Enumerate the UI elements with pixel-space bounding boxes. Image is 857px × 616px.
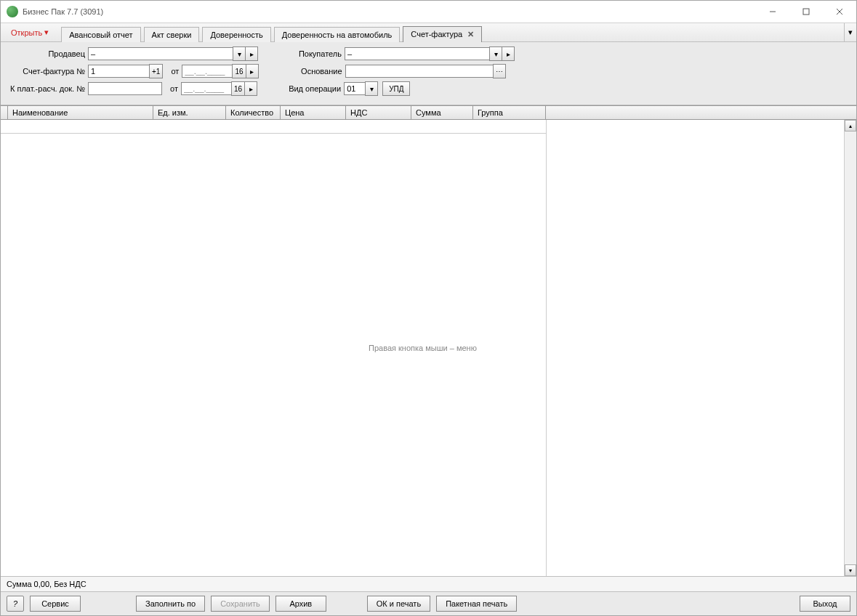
tab-bar: Авансовый отчет Акт сверки Доверенность … <box>59 23 483 41</box>
tab-power-of-attorney[interactable]: Доверенность <box>202 27 270 42</box>
invoice-date-next[interactable]: ▸ <box>246 64 259 78</box>
toolbar: Открыть ▾ Авансовый отчет Акт сверки Дов… <box>1 23 856 42</box>
seller-dropdown-button[interactable]: ▾ <box>233 46 246 61</box>
buyer-combo[interactable] <box>345 47 490 60</box>
grid-body[interactable]: Правая кнопка мыши – меню ▴ ▾ <box>1 120 856 576</box>
tab-close-icon[interactable]: ✕ <box>467 30 474 38</box>
scroll-down-button[interactable]: ▾ <box>845 564 856 576</box>
save-button[interactable]: Сохранить <box>211 596 270 612</box>
vertical-scrollbar[interactable]: ▴ ▾ <box>844 120 856 576</box>
form-area: Продавец ▾ ▸ Покупатель ▾ ▸ Счет-фактура… <box>1 42 856 105</box>
caret-down-icon: ▾ <box>44 28 49 37</box>
increment-button[interactable]: +1 <box>149 64 163 78</box>
fill-by-button[interactable]: Заполнить по <box>136 596 205 612</box>
tab-advance-report[interactable]: Авансовый отчет <box>61 27 140 42</box>
close-button[interactable] <box>823 1 856 23</box>
invoice-number-input[interactable] <box>88 65 150 78</box>
col-unit[interactable]: Ед. изм. <box>153 106 226 119</box>
batch-print-button[interactable]: Пакетная печать <box>436 596 517 612</box>
invoice-date-input[interactable] <box>182 65 233 78</box>
status-text: Сумма 0,00, Без НДС <box>7 580 86 588</box>
tab-vehicle-poa[interactable]: Доверенность на автомобиль <box>274 27 401 42</box>
payment-doc-input[interactable] <box>88 82 162 95</box>
table-row[interactable] <box>1 120 546 134</box>
seller-label: Продавец <box>7 49 88 58</box>
col-sum[interactable]: Сумма <box>411 106 473 119</box>
tab-reconciliation[interactable]: Акт сверки <box>144 27 200 42</box>
op-type-select[interactable] <box>344 82 366 95</box>
maximize-button[interactable] <box>789 1 823 23</box>
op-type-label: Вид операции <box>257 84 344 93</box>
invoice-date-button[interactable]: 16 <box>232 64 246 78</box>
titlebar: Бизнес Пак 7.7 (3091) <box>1 1 856 23</box>
invoice-number-label: Счет-фактура № <box>7 67 88 76</box>
minimize-button[interactable] <box>756 1 789 23</box>
basis-lookup-button[interactable]: ⋯ <box>493 64 506 78</box>
service-button[interactable]: Сервис <box>30 596 81 612</box>
open-label: Открыть <box>11 28 42 37</box>
toolbar-overflow-button[interactable]: ▾ <box>844 23 856 41</box>
col-group[interactable]: Группа <box>473 106 546 119</box>
payment-doc-label: К плат.-расч. док. № <box>7 84 88 93</box>
window-title: Бизнес Пак 7.7 (3091) <box>23 7 756 16</box>
col-vat[interactable]: НДС <box>346 106 411 119</box>
op-type-dropdown-button[interactable]: ▾ <box>365 81 378 96</box>
exit-button[interactable]: Выход <box>800 596 850 612</box>
buyer-dropdown-button[interactable]: ▾ <box>489 46 502 61</box>
from-label-1: от <box>163 67 182 76</box>
payment-date-input[interactable] <box>181 82 232 95</box>
data-grid: Наименование Ед. изм. Количество Цена НД… <box>1 105 856 576</box>
col-name[interactable]: Наименование <box>8 106 153 119</box>
help-button[interactable]: ? <box>7 596 24 612</box>
scroll-up-button[interactable]: ▴ <box>845 120 856 131</box>
archive-button[interactable]: Архив <box>275 596 326 612</box>
basis-label: Основание <box>259 67 345 76</box>
svg-rect-1 <box>803 9 809 15</box>
footer-toolbar: ? Сервис Заполнить по Сохранить Архив ОК… <box>1 591 856 615</box>
from-label-2: от <box>162 84 181 93</box>
seller-combo[interactable] <box>88 47 233 60</box>
col-qty[interactable]: Количество <box>226 106 281 119</box>
app-icon <box>7 6 18 17</box>
open-menu-button[interactable]: Открыть ▾ <box>5 23 55 41</box>
buyer-label: Покупатель <box>258 49 345 58</box>
ok-print-button[interactable]: ОК и печать <box>367 596 430 612</box>
upd-button[interactable]: УПД <box>382 81 410 96</box>
status-bar: Сумма 0,00, Без НДС <box>1 576 856 591</box>
payment-date-button[interactable]: 16 <box>231 81 245 96</box>
payment-date-next[interactable]: ▸ <box>244 81 257 96</box>
seller-lookup-button[interactable]: ▸ <box>245 46 258 61</box>
tab-invoice[interactable]: Счет-фактура ✕ <box>403 26 482 42</box>
grid-header: Наименование Ед. изм. Количество Цена НД… <box>1 106 856 120</box>
context-menu-hint: Правая кнопка мыши – меню <box>1 344 845 352</box>
buyer-lookup-button[interactable]: ▸ <box>502 46 515 61</box>
basis-input[interactable] <box>345 65 494 78</box>
col-price[interactable]: Цена <box>281 106 346 119</box>
